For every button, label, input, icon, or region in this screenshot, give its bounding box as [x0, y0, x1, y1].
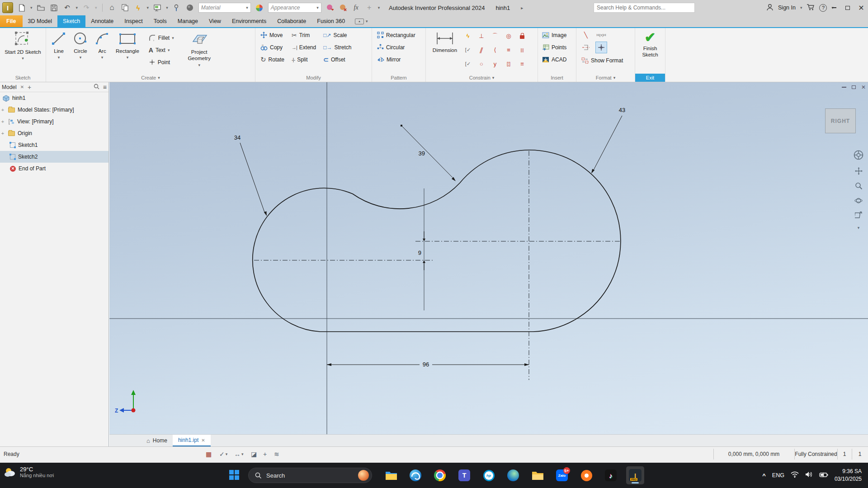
browser-add-tab-icon[interactable]: + — [28, 84, 31, 91]
move-button[interactable]: Move — [259, 29, 286, 41]
text-button[interactable]: A Text ▾ — [147, 44, 175, 56]
tree-item-sketch1[interactable]: Sketch1 — [0, 139, 108, 151]
center-point-toggle-icon[interactable] — [595, 42, 607, 53]
help-icon[interactable]: ? — [819, 4, 827, 12]
look-at-icon[interactable] — [855, 211, 863, 220]
tab-manage[interactable]: Manage — [172, 15, 203, 27]
expand-icon[interactable]: + — [0, 131, 5, 136]
triad-origin-point[interactable] — [132, 408, 136, 413]
start-2d-sketch-button[interactable]: Start 2D Sketch ▾ — [5, 29, 41, 61]
snap-settings-icon[interactable]: ≋ — [274, 450, 279, 458]
trim-button[interactable]: ✂ Trim — [290, 29, 317, 41]
tree-item-end-of-part[interactable]: ✕ End of Part — [0, 163, 108, 174]
taskbar-search[interactable]: Search — [248, 468, 372, 483]
show-constraints-icon[interactable]: [✓ — [461, 57, 475, 71]
measure-icon[interactable] — [172, 3, 181, 12]
panel-label-modify[interactable]: Modify — [255, 74, 372, 82]
tangent-constraint-icon[interactable]: ⌒ — [488, 29, 502, 43]
stretch-button[interactable]: □→ Stretch — [322, 41, 353, 53]
dim-96-value[interactable]: 96 — [423, 361, 429, 368]
minimize-button[interactable] — [827, 0, 841, 15]
copy-button[interactable]: Copy — [259, 41, 286, 53]
split-button[interactable]: -|- Split — [290, 53, 317, 66]
appearance-dropdown[interactable]: Appearance ▾ — [268, 3, 321, 13]
start-button[interactable] — [229, 469, 240, 482]
symmetric-constraint-icon[interactable]: [¦] — [502, 57, 515, 71]
tab-environments[interactable]: Environments — [226, 15, 272, 27]
rotate-button[interactable]: ↻ Rotate — [259, 53, 286, 66]
fix-constraint-icon[interactable] — [515, 29, 529, 43]
orbit-icon[interactable] — [854, 197, 863, 206]
constraint-inference-icon[interactable]: ✓▾ — [219, 450, 227, 458]
save-icon[interactable] — [50, 3, 59, 12]
inventor-app-icon[interactable]: I — [2, 2, 13, 13]
edge-icon[interactable] — [406, 466, 425, 484]
dim-9-value[interactable]: 9 — [418, 249, 421, 256]
project-geometry-button[interactable]: Project Geometry ▾ — [185, 29, 213, 68]
rectangle-tool-button[interactable]: Rectangle ▾ — [116, 29, 139, 61]
taskbar-weather-widget[interactable]: 29°C Nắng nhiều nơi — [4, 466, 54, 478]
dimension-button[interactable]: Dimension — [429, 29, 461, 53]
qat-customize-caret-icon[interactable]: ▾ — [378, 5, 380, 10]
circle-tool-button[interactable]: Circle ▾ — [72, 29, 89, 61]
mirror-button[interactable]: Mirror — [376, 53, 417, 66]
close-button[interactable]: ✕ — [854, 0, 868, 15]
line-tool-button[interactable]: Line ▾ — [51, 29, 67, 61]
show-format-button[interactable]: Show Format — [580, 54, 624, 66]
tab-inspect[interactable]: Inspect — [119, 15, 148, 27]
tree-item-sketch2[interactable]: Sketch2 — [0, 151, 108, 163]
inventor-taskbar-icon[interactable]: IPRO — [626, 466, 644, 484]
app-orange-icon[interactable] — [577, 466, 595, 484]
undo-caret-icon[interactable]: ▾ — [76, 5, 78, 10]
panel-label-format[interactable]: Format▾ — [576, 74, 635, 82]
material-dropdown[interactable]: Material ▾ — [198, 3, 251, 13]
tree-item-part[interactable]: hinh1 — [0, 92, 108, 104]
vertical-constraint-icon[interactable]: ||| — [515, 43, 529, 57]
appearance-ball-icon[interactable] — [255, 3, 264, 12]
tab-view[interactable]: View — [203, 15, 226, 27]
browser-menu-icon[interactable]: ≡ — [103, 84, 107, 91]
display-settings-icon[interactable] — [153, 3, 162, 12]
panel-label-create[interactable]: Create▾ — [46, 74, 255, 82]
tree-item-origin[interactable]: + Origin — [0, 127, 108, 139]
redo-icon[interactable]: ↷ — [82, 3, 91, 12]
driven-dimension-toggle-icon[interactable]: H(x)H — [595, 29, 607, 41]
user-icon[interactable] — [766, 4, 774, 12]
doc-restore-icon[interactable] — [852, 85, 856, 89]
tab-document-hinh1[interactable]: hinh1.ipt ✕ — [173, 435, 211, 446]
slice-graphics-icon[interactable]: ◪ — [251, 450, 257, 458]
search-daily-image[interactable] — [358, 470, 369, 481]
sketch-profile[interactable] — [253, 150, 621, 332]
redo-caret-icon[interactable]: ▾ — [95, 5, 97, 10]
doc-close-icon[interactable]: ✕ — [861, 84, 866, 90]
smooth-constraint-icon[interactable]: ⟨ — [488, 43, 502, 57]
panel-label-constrain[interactable]: Constrain▾ — [426, 74, 538, 82]
fillet-button[interactable]: Fillet ▾ — [147, 32, 175, 44]
ilogic-caret-icon[interactable]: ▾ — [147, 5, 149, 10]
browser-2-icon[interactable] — [504, 466, 522, 484]
volume-icon[interactable] — [805, 471, 813, 479]
insert-points-button[interactable]: Points — [541, 41, 568, 53]
tab-annotate[interactable]: Annotate — [85, 15, 119, 27]
pan-icon[interactable] — [855, 167, 863, 177]
tab-3d-model[interactable]: 3D Model — [23, 15, 58, 27]
offset-button[interactable]: ⊂ Offset — [322, 53, 353, 66]
tiktok-icon[interactable]: ♪ — [602, 466, 620, 484]
auto-dimension-icon[interactable]: ϟ — [461, 29, 475, 43]
adjust-appearance-icon[interactable] — [326, 3, 335, 12]
store-cart-icon[interactable] — [807, 4, 815, 12]
rectangular-pattern-button[interactable]: Rectangular — [376, 29, 417, 41]
centerline-toggle-icon[interactable] — [580, 42, 592, 53]
panel-label-insert[interactable]: Insert — [538, 74, 576, 82]
extend-button[interactable]: →| Extend — [290, 41, 317, 53]
zalo-icon[interactable]: Zalo 5+ — [553, 466, 571, 484]
tab-fusion-360[interactable]: Fusion 360 — [311, 15, 350, 27]
paste-icon[interactable] — [121, 3, 130, 12]
concentric-constraint-icon[interactable]: ◎ — [502, 29, 515, 43]
hidden-icons-chevron[interactable]: ^ — [762, 472, 766, 479]
language-indicator[interactable]: ENG — [772, 472, 784, 479]
panel-label-exit[interactable]: Exit — [635, 74, 665, 82]
clear-appearance-icon[interactable] — [339, 3, 348, 12]
home-icon[interactable]: ⌂ — [108, 3, 117, 12]
expand-icon[interactable]: + — [0, 107, 5, 113]
